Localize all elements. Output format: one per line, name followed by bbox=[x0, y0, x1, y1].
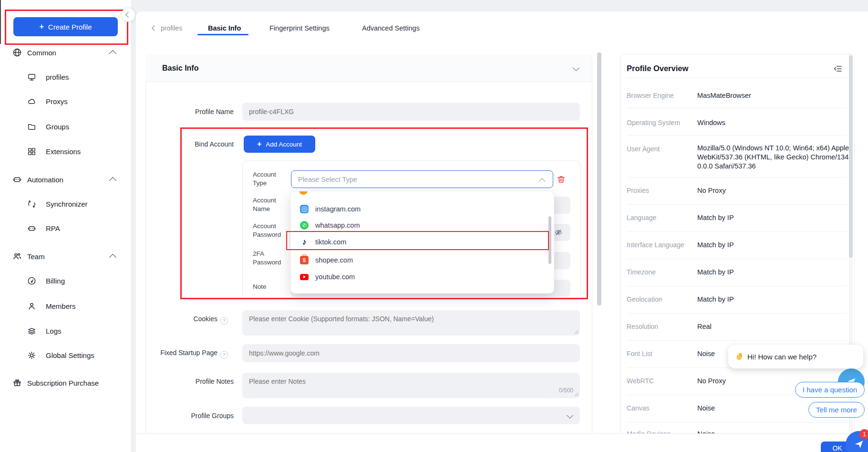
divider bbox=[627, 286, 847, 286]
sidebar-item-label: profiles bbox=[46, 73, 69, 81]
sidebar-section-common[interactable]: Common bbox=[0, 43, 131, 62]
dropdown-scrollbar[interactable] bbox=[548, 216, 551, 264]
account-name-label: Account Name bbox=[253, 196, 287, 213]
divider bbox=[627, 259, 847, 259]
gauge-icon bbox=[27, 276, 36, 285]
overview-scrollbar[interactable] bbox=[849, 55, 853, 258]
basic-info-card-header[interactable]: Basic Info bbox=[145, 55, 591, 82]
whatsapp-icon: ✆ bbox=[300, 221, 309, 230]
youtube-icon bbox=[300, 273, 309, 281]
option-label: tiktok.com bbox=[315, 238, 346, 246]
sidebar-item-proxys[interactable]: Proxys bbox=[0, 92, 131, 111]
sidebar-item-billing[interactable]: Billing bbox=[0, 271, 131, 290]
divider bbox=[627, 108, 847, 108]
overview-label: Canvas bbox=[627, 404, 649, 412]
overview-value: MasMateBrowser bbox=[697, 91, 855, 100]
sidebar-section-team[interactable]: Team bbox=[0, 247, 131, 266]
cookies-label-row: Cookies? bbox=[133, 315, 228, 325]
sidebar-item-profiles[interactable]: profiles bbox=[0, 67, 131, 86]
add-account-button[interactable]: + Add Account bbox=[244, 136, 315, 153]
chat-notification-badge: 1 bbox=[859, 429, 868, 439]
sidebar-item-label: RPA bbox=[46, 224, 60, 232]
globe-icon bbox=[12, 48, 22, 57]
cookies-textarea[interactable] bbox=[242, 310, 580, 336]
create-profile-button[interactable]: + Create Profile bbox=[13, 17, 118, 36]
help-icon[interactable]: ? bbox=[220, 317, 228, 325]
tab-advanced-settings[interactable]: Advanced Settings bbox=[362, 22, 420, 34]
overview-value: No Proxy bbox=[697, 186, 855, 195]
chat-question-button[interactable]: I have a question bbox=[795, 382, 865, 398]
sidebar-item-label: Logs bbox=[46, 327, 62, 335]
eye-off-icon[interactable] bbox=[554, 228, 563, 237]
divider bbox=[627, 313, 847, 314]
sidebar-item-rpa[interactable]: RPA bbox=[0, 219, 131, 238]
resize-handle-icon[interactable] bbox=[574, 330, 579, 334]
overview-value: Match by IP bbox=[697, 295, 855, 304]
clipped-option-icon bbox=[299, 191, 308, 195]
profile-notes-label: Profile Notes bbox=[138, 378, 234, 385]
profile-name-input[interactable] bbox=[242, 103, 580, 121]
twofa-password-label: 2FA Password bbox=[253, 250, 287, 267]
sidebar-item-label: Members bbox=[46, 302, 76, 310]
sidebar-item-global-settings[interactable]: Global Settings bbox=[0, 346, 131, 365]
grid-icon bbox=[27, 147, 36, 156]
overview-label: Language bbox=[627, 214, 656, 221]
fixed-startup-page-input[interactable] bbox=[242, 344, 580, 362]
back-link-label: profiles bbox=[161, 24, 182, 32]
robot-icon bbox=[12, 175, 22, 184]
sidebar-item-synchronizer[interactable]: Synchronizer bbox=[0, 194, 131, 213]
chat-tell-me-more-button[interactable]: Tell me more bbox=[808, 402, 865, 418]
main-scrollbar[interactable] bbox=[597, 53, 601, 305]
divider bbox=[627, 204, 847, 205]
chevron-left-icon bbox=[152, 25, 157, 31]
help-icon[interactable]: ? bbox=[220, 351, 228, 358]
footer-bar bbox=[136, 433, 868, 452]
account-type-dropdown: instagram.com ✆ whatsapp.com ♪ tiktok.co… bbox=[290, 191, 554, 294]
profile-notes-textarea[interactable]: 0/500 bbox=[242, 373, 580, 398]
sidebar-collapse-button[interactable] bbox=[121, 8, 135, 22]
overview-label: Proxies bbox=[627, 187, 649, 194]
dropdown-option-tiktok[interactable]: ♪ tiktok.com bbox=[291, 233, 554, 251]
chevron-up-icon bbox=[109, 50, 117, 57]
overview-label: WebRTC bbox=[627, 377, 654, 385]
chevron-up-icon bbox=[539, 178, 546, 185]
sidebar-item-groups[interactable]: Groups bbox=[0, 117, 131, 136]
dropdown-option-instagram[interactable]: instagram.com bbox=[291, 200, 554, 218]
sidebar-item-label: Billing bbox=[46, 277, 65, 285]
sidebar-item-logs[interactable]: Logs bbox=[0, 321, 131, 340]
app-window: + Create Profile Common profiles Proxys bbox=[0, 0, 868, 452]
cookies-label: Cookies bbox=[193, 315, 217, 323]
sidebar-section-automation[interactable]: Automation bbox=[0, 170, 131, 189]
overview-label: Interface Language bbox=[627, 241, 684, 249]
tab-fingerprint-settings[interactable]: Fingerprint Settings bbox=[269, 22, 330, 34]
plus-icon: + bbox=[39, 23, 43, 31]
profile-groups-select[interactable] bbox=[242, 407, 580, 424]
person-icon bbox=[27, 302, 36, 311]
account-type-select[interactable]: Please Select Type bbox=[291, 170, 553, 188]
sidebar-section-label: Team bbox=[27, 252, 45, 261]
people-icon bbox=[12, 252, 22, 261]
trash-icon[interactable] bbox=[556, 174, 566, 185]
sidebar-item-label: Synchronizer bbox=[46, 200, 88, 208]
dropdown-option-youtube[interactable]: youtube.com bbox=[291, 268, 554, 285]
dropdown-option-whatsapp[interactable]: ✆ whatsapp.com bbox=[291, 217, 554, 234]
resize-handle-icon[interactable] bbox=[574, 392, 579, 397]
sidebar-item-subscription-purchase[interactable]: Subscription Purchase bbox=[0, 373, 131, 392]
profile-overview-title: Profile Overview bbox=[627, 64, 688, 73]
sidebar-item-label: Extensions bbox=[46, 147, 81, 156]
collapse-panel-icon[interactable] bbox=[834, 65, 842, 73]
layers-icon bbox=[27, 326, 36, 336]
waving-hand-icon bbox=[735, 353, 743, 361]
dropdown-option-shopee[interactable]: S shopee.com bbox=[291, 252, 554, 269]
chat-greeting-bubble[interactable]: Hi! How can we help? bbox=[728, 345, 863, 368]
create-profile-label: Create Profile bbox=[48, 23, 92, 31]
tab-basic-info[interactable]: Basic Info bbox=[208, 22, 241, 34]
fixed-startup-page-label-row: Fixed Startup Page? bbox=[133, 349, 228, 358]
sidebar-item-extensions[interactable]: Extensions bbox=[0, 142, 131, 161]
option-label: youtube.com bbox=[315, 273, 355, 281]
back-to-profiles-link[interactable]: profiles bbox=[153, 22, 182, 34]
chevron-down-icon bbox=[567, 412, 573, 419]
sidebar-item-label: Groups bbox=[46, 123, 69, 131]
bind-account-label: Bind Account bbox=[138, 140, 234, 148]
sidebar-item-members[interactable]: Members bbox=[0, 296, 131, 315]
